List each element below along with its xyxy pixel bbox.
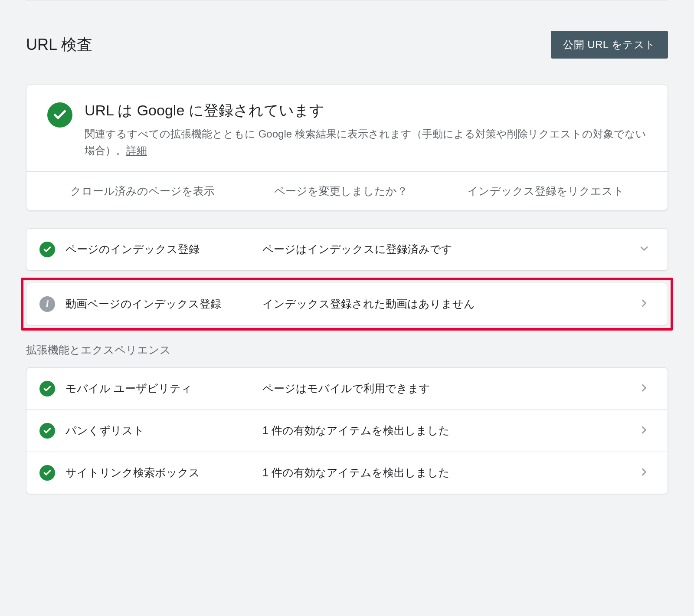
row-value: ページはインデックスに登録済みです <box>262 242 628 256</box>
row-label: ページのインデックス登録 <box>65 242 252 256</box>
status-card: URL は Google に登録されています 関連するすべての拡張機能とともに … <box>26 85 668 211</box>
details-link[interactable]: 詳細 <box>126 144 147 156</box>
view-crawled-page-link[interactable]: クロール済みのページを表示 <box>70 184 215 198</box>
mobile-usability-row[interactable]: モバイル ユーザビリティ ページはモバイルで利用できます <box>26 368 668 410</box>
row-value: 1 件の有効なアイテムを検出しました <box>262 423 628 438</box>
status-description-text: 関連するすべての拡張機能とともに Google 検索結果に表示されます（手動によ… <box>85 128 646 156</box>
row-label: モバイル ユーザビリティ <box>65 381 252 396</box>
chevron-right-icon <box>638 297 650 311</box>
row-label: サイトリンク検索ボックス <box>65 465 252 480</box>
status-title: URL は Google に登録されています <box>85 101 647 121</box>
request-indexing-link[interactable]: インデックス登録をリクエスト <box>467 184 624 198</box>
indexing-row-card: ページのインデックス登録 ページはインデックスに登録済みです <box>26 228 668 271</box>
breadcrumb-row[interactable]: パンくずリスト 1 件の有効なアイテムを検出しました <box>26 410 668 452</box>
check-icon <box>47 102 72 128</box>
check-icon <box>39 423 55 439</box>
row-value: 1 件の有効なアイテムを検出しました <box>262 465 628 480</box>
highlighted-video-indexing: i 動画ページのインデックス登録 インデックス登録された動画はありません <box>21 278 673 331</box>
page-indexing-row[interactable]: ページのインデックス登録 ページはインデックスに登録済みです <box>26 229 668 270</box>
row-label: パンくずリスト <box>65 423 252 438</box>
video-indexing-row[interactable]: i 動画ページのインデックス登録 インデックス登録された動画はありません <box>26 283 668 325</box>
status-description: 関連するすべての拡張機能とともに Google 検索結果に表示されます（手動によ… <box>85 126 647 159</box>
check-icon <box>39 242 55 257</box>
page-header: URL 検査 公開 URL をテスト <box>26 31 668 59</box>
chevron-right-icon <box>638 382 650 396</box>
row-value: インデックス登録された動画はありません <box>262 297 628 311</box>
page-changed-link[interactable]: ページを変更しましたか？ <box>274 184 408 198</box>
sitelinks-searchbox-row[interactable]: サイトリンク検索ボックス 1 件の有効なアイテムを検出しました <box>26 452 668 494</box>
chevron-right-icon <box>638 424 650 438</box>
chevron-down-icon <box>638 242 650 256</box>
check-icon <box>39 465 55 481</box>
row-label: 動画ページのインデックス登録 <box>65 297 252 311</box>
extensions-group: モバイル ユーザビリティ ページはモバイルで利用できます パンくずリスト 1 件… <box>26 367 668 494</box>
info-icon: i <box>39 296 55 312</box>
row-value: ページはモバイルで利用できます <box>262 381 628 396</box>
card-actions: クロール済みのページを表示 ページを変更しましたか？ インデックス登録をリクエス… <box>26 171 668 210</box>
chevron-right-icon <box>638 466 650 480</box>
check-icon <box>39 381 55 396</box>
extensions-section-label: 拡張機能とエクスペリエンス <box>26 343 668 357</box>
page-title: URL 検査 <box>26 34 92 56</box>
test-live-url-button[interactable]: 公開 URL をテスト <box>551 31 668 59</box>
